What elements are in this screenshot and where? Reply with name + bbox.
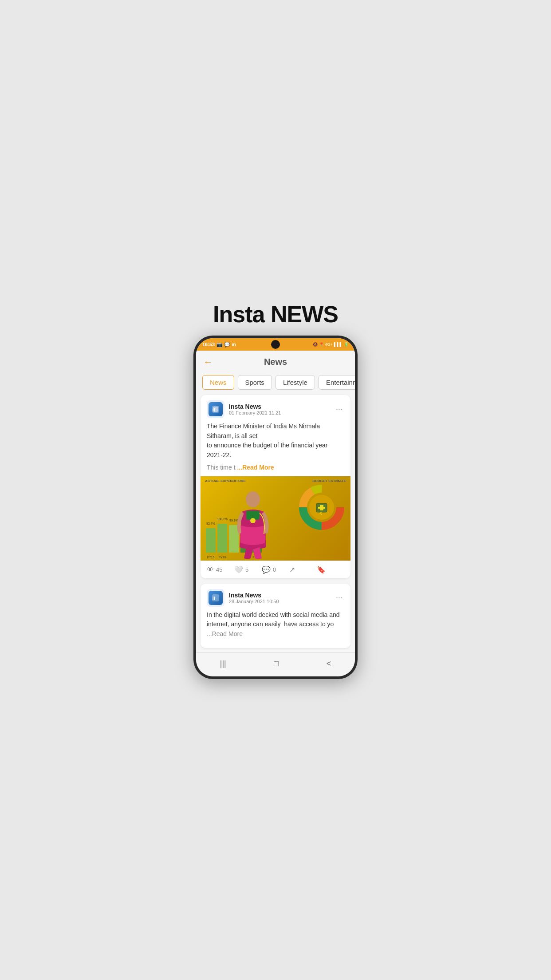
nav-home-button[interactable]: □ [265, 657, 287, 670]
bookmark-icon: 🔖 [317, 565, 326, 574]
card-1-author-name: Insta News [229, 403, 281, 410]
person-image [231, 485, 275, 561]
card-2-author-info: Insta News 28 January 2021 10:50 [229, 592, 279, 604]
svg-text:₹: ₹ [319, 511, 322, 516]
avatar-inner-1: if [209, 402, 223, 416]
card-1-text: The Finance Minister of India Ms Nirmala… [207, 422, 344, 460]
app-title: Insta NEWS [213, 301, 338, 328]
battery-icon: 🔋 [344, 342, 349, 347]
chart-label-left: ACTUAL EXPENDITURE [205, 479, 246, 483]
card-1-image: ACTUAL EXPENDITURE BUDGET ESTIMATE 92.7%… [201, 476, 350, 561]
status-bar-left: 16:53 📷 💬 in [202, 342, 236, 348]
bar-1-year: FY15 [207, 556, 215, 559]
chart-background: ACTUAL EXPENDITURE BUDGET ESTIMATE 92.7%… [201, 476, 350, 561]
stat-save[interactable]: 🔖 [317, 565, 344, 574]
nav-back-button[interactable]: < [318, 657, 340, 670]
tab-lifestyle[interactable]: Lifestyle [276, 375, 315, 390]
comment-icon: 💬 [262, 565, 271, 574]
card-2-author: if Insta News 28 January 2021 10:50 [207, 589, 279, 607]
svg-text:if: if [213, 596, 216, 601]
app-header: ← News [196, 351, 355, 371]
location-icon: 📍 [319, 342, 324, 347]
heart-icon: 🤍 [234, 565, 243, 574]
card-1-author-info: Insta News 01 February 2021 11:21 [229, 403, 281, 415]
card-1-more-button[interactable]: ··· [334, 405, 344, 414]
card-2-header: if Insta News 28 January 2021 10:50 ··· [201, 584, 350, 610]
views-count: 45 [216, 566, 222, 573]
bar-2-year: FY16 [219, 556, 226, 559]
read-more-link-2[interactable]: ...Read More [207, 630, 243, 637]
card-1-stats: 👁 45 🤍 5 💬 0 [201, 561, 350, 578]
stat-comments[interactable]: 💬 0 [262, 565, 289, 574]
status-icons: 📷 💬 in [216, 342, 236, 348]
author-avatar-2: if [207, 589, 224, 607]
status-bar-right: 🔕 📍 4G+ ▌▌▌ 🔋 [313, 342, 349, 347]
nav-menu-button[interactable]: ||| [211, 657, 235, 670]
svg-point-14 [250, 518, 256, 523]
donut-chart: ₹ [297, 483, 346, 532]
tab-news[interactable]: News [202, 375, 234, 390]
comments-count: 0 [273, 566, 276, 573]
likes-count: 5 [245, 566, 248, 573]
avatar-inner-2: if [209, 591, 223, 605]
instafeed-logo-icon: if [211, 405, 220, 414]
page-title: News [264, 357, 287, 367]
category-tabs: News Sports Lifestyle Entertainment [196, 371, 355, 395]
bar-2-label: 100.7% [217, 518, 228, 521]
tab-sports[interactable]: Sports [238, 375, 272, 390]
bar-1: 92.7% [206, 528, 216, 553]
phone-frame: 16:53 📷 💬 in 🔕 📍 4G+ ▌▌▌ 🔋 ← News [193, 336, 358, 679]
card-1-date: 01 February 2021 11:21 [229, 410, 281, 415]
stat-share[interactable]: ↗ [289, 565, 317, 574]
status-bar: 16:53 📷 💬 in 🔕 📍 4G+ ▌▌▌ 🔋 [196, 338, 355, 351]
instafeed-logo-icon-2: if [211, 593, 220, 602]
bar-1-label: 92.7% [206, 522, 215, 525]
card-1-body: The Finance Minister of India Ms Nirmala… [201, 422, 350, 476]
back-button[interactable]: ← [203, 356, 213, 368]
status-time: 16:53 [202, 342, 215, 347]
signal-icon: ▌▌▌ [334, 342, 342, 347]
app-content: ← News News Sports Lifestyle Entertainme… [196, 351, 355, 652]
card-2-more-button[interactable]: ··· [334, 593, 344, 602]
person-svg [233, 490, 273, 561]
card-1-author: if Insta News 01 February 2021 11:21 [207, 400, 281, 418]
tab-entertainment[interactable]: Entertainment [319, 375, 355, 390]
news-list: if Insta News 01 February 2021 11:21 ··· [196, 395, 355, 652]
bar-2: 100.7% [217, 524, 227, 553]
news-card-1: if Insta News 01 February 2021 11:21 ··· [201, 395, 350, 578]
network-icon: 🔕 [313, 342, 318, 347]
share-icon: ↗ [289, 565, 295, 574]
phone-screen: 16:53 📷 💬 in 🔕 📍 4G+ ▌▌▌ 🔋 ← News [196, 338, 355, 676]
views-icon: 👁 [207, 565, 214, 573]
network-label: 4G+ [325, 342, 333, 347]
read-more-link-1[interactable]: ...Read More [237, 464, 274, 471]
card-2-body: In the digital world decked with social … [201, 610, 350, 648]
news-card-2: if Insta News 28 January 2021 10:50 ··· [201, 584, 350, 648]
stat-views: 👁 45 [207, 565, 234, 573]
author-avatar-1: if [207, 400, 224, 418]
card-1-read-more[interactable]: This time t ...Read More [207, 464, 344, 471]
bottom-nav: ||| □ < [196, 652, 355, 676]
svg-rect-10 [318, 507, 325, 509]
stat-likes[interactable]: 🤍 5 [234, 565, 262, 574]
svg-point-12 [246, 491, 260, 507]
page-wrapper: Insta NEWS 16:53 📷 💬 in 🔕 📍 4G+ ▌▌▌ 🔋 [184, 301, 367, 679]
card-2-author-name: Insta News [229, 592, 279, 599]
card-1-header: if Insta News 01 February 2021 11:21 ··· [201, 395, 350, 422]
card-2-text: In the digital world decked with social … [207, 610, 344, 639]
camera-notch [271, 340, 280, 349]
card-2-date: 28 January 2021 10:50 [229, 599, 279, 604]
donut-svg: ₹ [297, 483, 346, 532]
chart-label-right: BUDGET ESTIMATE [312, 479, 346, 483]
svg-text:if: if [213, 407, 216, 412]
